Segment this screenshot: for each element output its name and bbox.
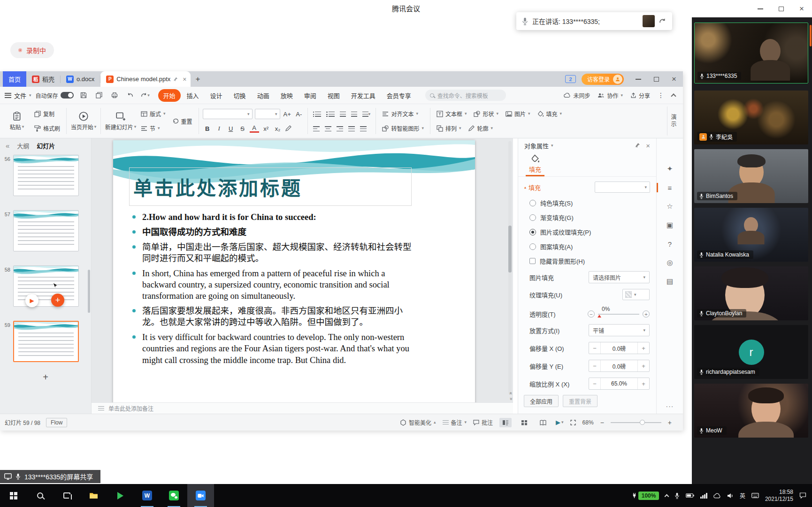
menu-tab-member[interactable]: 会员专享 bbox=[382, 89, 416, 102]
placement-dropdown[interactable]: 平铺 ▾ bbox=[589, 324, 650, 336]
outline-tab[interactable]: 大纲 bbox=[17, 141, 29, 150]
previous-slide-button[interactable]: « bbox=[509, 392, 513, 395]
bullet-list-button[interactable] bbox=[312, 111, 323, 118]
copy-button[interactable]: 复制 bbox=[32, 109, 62, 118]
word-app-button[interactable]: W bbox=[134, 484, 161, 507]
new-slide-float-button[interactable]: + bbox=[51, 294, 64, 307]
recording-badge[interactable]: 录制中 bbox=[10, 42, 54, 58]
sidebar-scrollbar[interactable] bbox=[810, 25, 812, 46]
subscript-button[interactable]: x₂ bbox=[273, 124, 283, 133]
slide-canvas[interactable]: 单击此处添加标题 2.How and how hard it is for Ch… bbox=[92, 138, 513, 402]
next-slide-button[interactable]: « bbox=[509, 398, 513, 401]
paste-button[interactable]: 粘贴▾ bbox=[4, 106, 30, 136]
stepper-plus[interactable]: + bbox=[638, 378, 649, 389]
output-button[interactable] bbox=[93, 90, 105, 101]
collapse-panel-button[interactable]: « bbox=[6, 142, 9, 150]
start-button[interactable] bbox=[0, 484, 27, 507]
normal-view-button[interactable] bbox=[499, 418, 512, 427]
task-view-button[interactable] bbox=[54, 484, 80, 507]
transparency-slider[interactable]: 0% bbox=[598, 314, 639, 315]
fill-preview-dropdown[interactable]: ▾ bbox=[595, 182, 650, 193]
stepper-minus[interactable]: − bbox=[589, 378, 600, 389]
guest-login-button[interactable]: 访客登录 bbox=[582, 74, 624, 85]
strikethrough-button[interactable]: S bbox=[238, 124, 247, 133]
notes-bar[interactable]: 单击此处添加备注 bbox=[92, 402, 513, 414]
favorites-icon[interactable]: ☆ bbox=[657, 198, 683, 214]
arrange-button[interactable]: 排列▾ bbox=[434, 124, 464, 133]
stepper-plus[interactable]: + bbox=[638, 342, 649, 354]
slide-thumbnail-58[interactable] bbox=[13, 265, 79, 307]
participant-video[interactable]: ClaytonBoylan bbox=[694, 266, 808, 320]
wps-minimize-button[interactable] bbox=[629, 71, 647, 87]
tray-battery-icon[interactable] bbox=[686, 493, 694, 498]
new-slide-button[interactable]: 新建幻灯片▾ bbox=[105, 106, 137, 136]
highlight-pen-icon[interactable] bbox=[285, 125, 291, 132]
menu-tab-insert[interactable]: 插入 bbox=[182, 89, 204, 102]
font-size-select[interactable]: ▾ bbox=[255, 109, 280, 119]
maximize-button[interactable] bbox=[771, 0, 791, 17]
tab-presentation-active[interactable]: P Chinese model.pptx × bbox=[100, 71, 191, 87]
tab-document[interactable]: W o.docx bbox=[61, 71, 100, 87]
slide-thumbnail-57[interactable] bbox=[13, 210, 79, 251]
participant-video[interactable]: MeoW bbox=[694, 384, 808, 438]
stepper-minus[interactable]: − bbox=[589, 342, 600, 354]
slide-sorter-view-button[interactable] bbox=[518, 418, 530, 427]
window-count-badge[interactable]: 2 bbox=[565, 75, 576, 83]
outline-button[interactable]: 轮廓▾ bbox=[466, 124, 495, 133]
superscript-button[interactable]: x² bbox=[261, 124, 271, 133]
textbox-button[interactable]: 文本框▾ bbox=[434, 109, 469, 118]
shapes-button[interactable]: 形状▾ bbox=[471, 109, 501, 118]
option-hide-background[interactable]: 隐藏背景图形(H) bbox=[518, 254, 656, 268]
distribute-button[interactable] bbox=[360, 126, 367, 131]
menu-tab-review[interactable]: 审阅 bbox=[299, 89, 322, 102]
offset-y-stepper[interactable]: − 0.0磅 + bbox=[589, 360, 650, 372]
menu-tab-view[interactable]: 视图 bbox=[322, 89, 345, 102]
print-button[interactable] bbox=[109, 90, 120, 101]
reset-button[interactable]: 重置 bbox=[170, 117, 195, 126]
notes-button[interactable]: 备注 ▾ bbox=[443, 418, 467, 426]
slide-thumbnail-59-selected[interactable] bbox=[13, 321, 79, 362]
close-panel-icon[interactable]: × bbox=[646, 142, 650, 150]
increase-indent-button[interactable] bbox=[350, 111, 359, 118]
picture-button[interactable]: 图片▾ bbox=[503, 109, 533, 118]
redo-button[interactable]: ▾ bbox=[140, 90, 151, 101]
participant-video[interactable]: 李紀吳 bbox=[694, 91, 808, 144]
align-left-button[interactable] bbox=[313, 126, 320, 131]
fit-to-window-icon[interactable] bbox=[570, 420, 576, 425]
transparency-minus-button[interactable]: − bbox=[588, 310, 595, 318]
fill-button[interactable]: 填充▾ bbox=[535, 109, 565, 118]
underline-button[interactable]: U bbox=[226, 124, 236, 133]
media-app-button[interactable] bbox=[107, 484, 134, 507]
cloud-tray-icon[interactable] bbox=[713, 493, 721, 499]
font-color-button[interactable]: A bbox=[250, 125, 259, 133]
file-menu-button[interactable]: 文件 ▾ bbox=[5, 91, 31, 100]
menu-tab-start[interactable]: 开始 bbox=[158, 89, 181, 102]
stepper-minus[interactable]: − bbox=[589, 360, 600, 371]
fill-tab[interactable]: 填充 bbox=[526, 154, 544, 174]
menu-tab-slideshow[interactable]: 放映 bbox=[276, 89, 298, 102]
collaborate-button[interactable]: 协作 ▾ bbox=[598, 91, 623, 99]
slide-thumbnail-56[interactable] bbox=[13, 155, 79, 196]
tab-home[interactable]: 首页 bbox=[3, 71, 26, 87]
play-from-current-button[interactable]: 当页开始▾ bbox=[70, 106, 97, 136]
save-button[interactable] bbox=[78, 90, 89, 101]
effects-icon[interactable]: ✦ bbox=[657, 161, 683, 177]
pin-panel-icon[interactable] bbox=[635, 143, 640, 148]
selection-pane-icon[interactable]: ◎ bbox=[657, 255, 683, 271]
picture-fill-dropdown[interactable]: 请选择图片 ▾ bbox=[589, 271, 650, 283]
option-gradient-fill[interactable]: 渐变填充(G) bbox=[518, 210, 656, 225]
layout-button[interactable]: 版式▾ bbox=[138, 109, 168, 118]
canvas-scrollbar[interactable] bbox=[508, 141, 512, 394]
new-tab-button[interactable]: + bbox=[191, 71, 205, 87]
menu-tab-animation[interactable]: 动画 bbox=[252, 89, 275, 102]
file-explorer-button[interactable] bbox=[80, 484, 107, 507]
font-grow-button[interactable]: A+ bbox=[283, 109, 292, 119]
zoom-in-button[interactable]: + bbox=[668, 419, 672, 426]
comments-button[interactable]: 批注 bbox=[473, 418, 493, 426]
reply-arrow-icon[interactable] bbox=[659, 18, 666, 24]
zoom-slider[interactable] bbox=[611, 422, 661, 423]
network-signal-icon[interactable] bbox=[700, 493, 707, 499]
fill-section-header[interactable]: ▴ 填充 ▾ bbox=[518, 177, 656, 196]
minimize-button[interactable] bbox=[750, 0, 771, 17]
option-solid-fill[interactable]: 纯色填充(S) bbox=[518, 196, 656, 210]
